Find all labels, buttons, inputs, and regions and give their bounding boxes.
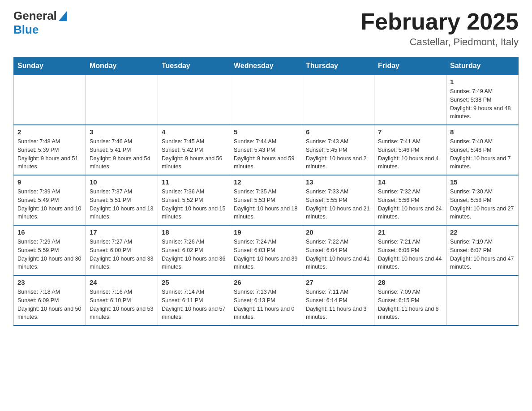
logo-general-text: General [13,9,57,23]
day-cell: 22Sunrise: 7:19 AMSunset: 6:07 PMDayligh… [446,225,519,275]
day-cell: 4Sunrise: 7:45 AMSunset: 5:42 PMDaylight… [158,125,230,175]
day-cell: 18Sunrise: 7:26 AMSunset: 6:02 PMDayligh… [158,225,230,275]
day-cell: 17Sunrise: 7:27 AMSunset: 6:00 PMDayligh… [86,225,158,275]
day-info: Sunrise: 7:13 AMSunset: 6:13 PMDaylight:… [234,288,298,321]
location-title: Castellar, Piedmont, Italy [360,36,519,48]
month-title: February 2025 [360,9,519,34]
day-info: Sunrise: 7:40 AMSunset: 5:48 PMDaylight:… [450,137,515,171]
day-info: Sunrise: 7:32 AMSunset: 5:56 PMDaylight:… [378,188,442,221]
day-number: 21 [378,228,442,236]
logo: General Blue [13,9,67,37]
day-cell: 25Sunrise: 7:14 AMSunset: 6:11 PMDayligh… [158,275,230,325]
header-cell-saturday: Saturday [446,57,519,75]
day-number: 5 [234,128,298,136]
day-number: 19 [234,228,298,236]
day-cell: 11Sunrise: 7:36 AMSunset: 5:52 PMDayligh… [158,175,230,225]
day-cell: 20Sunrise: 7:22 AMSunset: 6:04 PMDayligh… [302,225,374,275]
day-info: Sunrise: 7:48 AMSunset: 5:39 PMDaylight:… [17,137,82,171]
day-info: Sunrise: 7:24 AMSunset: 6:03 PMDaylight:… [234,238,298,271]
day-number: 8 [450,128,515,136]
day-number: 14 [378,178,442,186]
day-info: Sunrise: 7:33 AMSunset: 5:55 PMDaylight:… [306,188,370,221]
day-cell: 24Sunrise: 7:16 AMSunset: 6:10 PMDayligh… [86,275,158,325]
day-info: Sunrise: 7:09 AMSunset: 6:15 PMDaylight:… [378,288,442,321]
day-info: Sunrise: 7:22 AMSunset: 6:04 PMDaylight:… [306,238,370,271]
day-cell: 26Sunrise: 7:13 AMSunset: 6:13 PMDayligh… [230,275,302,325]
day-number: 1 [450,78,515,86]
week-row-2: 2Sunrise: 7:48 AMSunset: 5:39 PMDaylight… [14,125,519,175]
day-cell: 21Sunrise: 7:21 AMSunset: 6:06 PMDayligh… [374,225,446,275]
logo-blue-text: Blue [13,23,39,37]
day-info: Sunrise: 7:26 AMSunset: 6:02 PMDaylight:… [162,238,226,271]
logo-triangle-icon [59,11,67,21]
day-cell: 1Sunrise: 7:49 AMSunset: 5:38 PMDaylight… [446,75,519,125]
day-number: 12 [234,178,298,186]
header-cell-sunday: Sunday [14,57,86,75]
day-cell [86,75,158,125]
header: General Blue February 2025 Castellar, Pi… [13,9,519,48]
header-cell-tuesday: Tuesday [158,57,230,75]
calendar-table: SundayMondayTuesdayWednesdayThursdayFrid… [13,57,519,326]
day-cell: 13Sunrise: 7:33 AMSunset: 5:55 PMDayligh… [302,175,374,225]
day-cell [446,275,519,325]
day-number: 27 [306,278,370,286]
week-row-4: 16Sunrise: 7:29 AMSunset: 5:59 PMDayligh… [14,225,519,275]
day-number: 2 [17,128,82,136]
day-number: 22 [450,228,515,236]
day-info: Sunrise: 7:29 AMSunset: 5:59 PMDaylight:… [17,238,82,271]
day-number: 28 [378,278,442,286]
day-cell: 12Sunrise: 7:35 AMSunset: 5:53 PMDayligh… [230,175,302,225]
day-info: Sunrise: 7:35 AMSunset: 5:53 PMDaylight:… [234,188,298,221]
day-info: Sunrise: 7:14 AMSunset: 6:11 PMDaylight:… [162,288,226,321]
logo-line1: General [13,9,67,23]
week-row-1: 1Sunrise: 7:49 AMSunset: 5:38 PMDaylight… [14,75,519,125]
week-row-3: 9Sunrise: 7:39 AMSunset: 5:49 PMDaylight… [14,175,519,225]
day-info: Sunrise: 7:49 AMSunset: 5:38 PMDaylight:… [450,87,515,121]
day-cell: 2Sunrise: 7:48 AMSunset: 5:39 PMDaylight… [14,125,86,175]
day-cell: 23Sunrise: 7:18 AMSunset: 6:09 PMDayligh… [14,275,86,325]
day-number: 18 [162,228,226,236]
day-info: Sunrise: 7:39 AMSunset: 5:49 PMDaylight:… [17,188,82,221]
day-info: Sunrise: 7:43 AMSunset: 5:45 PMDaylight:… [306,137,370,171]
day-cell [230,75,302,125]
day-info: Sunrise: 7:46 AMSunset: 5:41 PMDaylight:… [90,137,154,171]
day-number: 9 [17,178,82,186]
day-cell: 7Sunrise: 7:41 AMSunset: 5:46 PMDaylight… [374,125,446,175]
week-row-5: 23Sunrise: 7:18 AMSunset: 6:09 PMDayligh… [14,275,519,325]
day-info: Sunrise: 7:16 AMSunset: 6:10 PMDaylight:… [90,288,154,321]
day-cell: 28Sunrise: 7:09 AMSunset: 6:15 PMDayligh… [374,275,446,325]
header-cell-wednesday: Wednesday [230,57,302,75]
day-info: Sunrise: 7:19 AMSunset: 6:07 PMDaylight:… [450,238,515,271]
title-area: February 2025 Castellar, Piedmont, Italy [360,9,519,48]
day-info: Sunrise: 7:30 AMSunset: 5:58 PMDaylight:… [450,188,515,221]
day-cell: 19Sunrise: 7:24 AMSunset: 6:03 PMDayligh… [230,225,302,275]
header-cell-friday: Friday [374,57,446,75]
day-number: 7 [378,128,442,136]
day-info: Sunrise: 7:44 AMSunset: 5:43 PMDaylight:… [234,137,298,171]
svg-marker-0 [59,11,67,21]
header-cell-monday: Monday [86,57,158,75]
day-number: 15 [450,178,515,186]
day-number: 26 [234,278,298,286]
day-number: 20 [306,228,370,236]
day-cell: 14Sunrise: 7:32 AMSunset: 5:56 PMDayligh… [374,175,446,225]
day-cell: 15Sunrise: 7:30 AMSunset: 5:58 PMDayligh… [446,175,519,225]
day-info: Sunrise: 7:36 AMSunset: 5:52 PMDaylight:… [162,188,226,221]
day-cell [302,75,374,125]
day-cell: 5Sunrise: 7:44 AMSunset: 5:43 PMDaylight… [230,125,302,175]
day-number: 6 [306,128,370,136]
day-number: 13 [306,178,370,186]
day-info: Sunrise: 7:45 AMSunset: 5:42 PMDaylight:… [162,137,226,171]
day-number: 11 [162,178,226,186]
day-cell: 27Sunrise: 7:11 AMSunset: 6:14 PMDayligh… [302,275,374,325]
day-cell [158,75,230,125]
header-row: SundayMondayTuesdayWednesdayThursdayFrid… [14,57,519,75]
day-cell: 10Sunrise: 7:37 AMSunset: 5:51 PMDayligh… [86,175,158,225]
day-cell [14,75,86,125]
day-number: 24 [90,278,154,286]
day-number: 23 [17,278,82,286]
day-number: 3 [90,128,154,136]
day-number: 10 [90,178,154,186]
day-info: Sunrise: 7:41 AMSunset: 5:46 PMDaylight:… [378,137,442,171]
logo-line2: Blue [13,23,67,37]
